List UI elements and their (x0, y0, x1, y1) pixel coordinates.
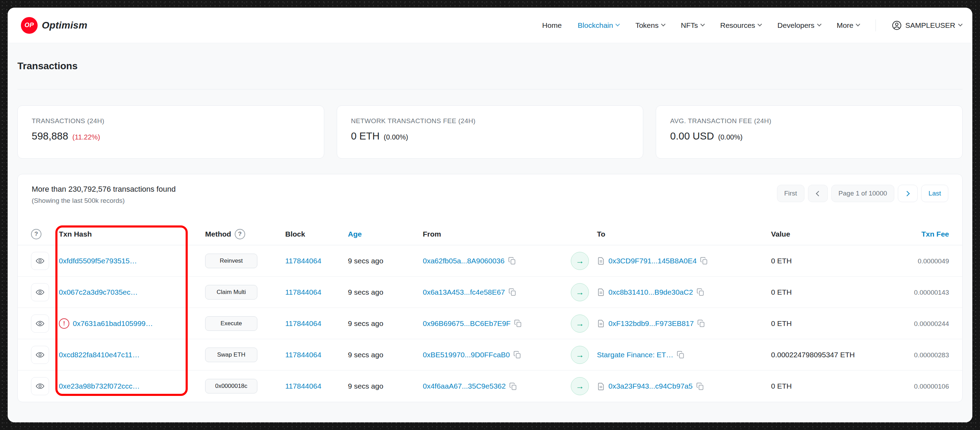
block-link[interactable]: 117844064 (285, 382, 321, 390)
arrow-right-icon: → (571, 346, 589, 364)
preview-button[interactable] (31, 283, 49, 301)
from-address-link[interactable]: 0x4f6aaA67...35C9e5362 (423, 382, 506, 390)
stat-value: 598,888 (32, 130, 68, 142)
method-badge[interactable]: Execute (205, 316, 257, 331)
method-badge[interactable]: 0x0000018c (205, 379, 257, 394)
top-navbar: OP Optimism Home Blockchain Tokens NFTs … (8, 8, 972, 43)
nav-more[interactable]: More (837, 21, 860, 30)
preview-button[interactable] (31, 346, 49, 364)
preview-button[interactable] (31, 314, 49, 333)
block-link[interactable]: 117844064 (285, 351, 321, 359)
chevron-down-icon (817, 22, 821, 27)
col-age-sort[interactable]: Age (348, 230, 423, 238)
col-value: Value (771, 230, 902, 238)
nav-resources[interactable]: Resources (720, 21, 761, 30)
table-row: 0xcd822fa8410e47c11… Swap ETH 117844064 … (18, 339, 962, 371)
age-text: 9 secs ago (348, 319, 423, 328)
txn-hash-link[interactable]: 0x067c2a3d9c7035ec… (59, 288, 138, 296)
help-icon[interactable]: ? (31, 229, 41, 240)
block-link[interactable]: 117844064 (285, 319, 321, 327)
nav-tokens[interactable]: Tokens (635, 21, 665, 30)
eye-icon (35, 319, 45, 328)
to-address-link[interactable]: Stargate Finance: ET… (597, 351, 673, 359)
method-badge[interactable]: Claim Multi (205, 285, 257, 300)
age-text: 9 secs ago (348, 257, 423, 265)
user-icon (892, 21, 902, 30)
copy-icon[interactable] (508, 257, 516, 265)
txn-hash-link[interactable]: 0xfdfd5509f5e793515… (59, 257, 137, 265)
copy-icon[interactable] (697, 319, 705, 327)
method-badge[interactable]: Swap ETH (205, 347, 257, 362)
from-address-link[interactable]: 0x96B69675...BC6Eb7E9F (423, 319, 511, 328)
chevron-down-icon (661, 22, 665, 27)
user-menu[interactable]: SAMPLEUSER (892, 21, 962, 30)
copy-icon[interactable] (509, 382, 517, 390)
col-to: To (597, 230, 771, 238)
copy-icon[interactable] (513, 351, 521, 359)
help-icon[interactable]: ? (235, 229, 245, 240)
fee-text: 0.0000049 (918, 257, 949, 265)
col-method: Method (205, 230, 231, 238)
nav-home[interactable]: Home (542, 21, 562, 30)
first-page-button[interactable]: First (777, 185, 805, 202)
to-address-link[interactable]: 0x3a23F943...c94Cb97a5 (608, 382, 693, 390)
stat-value: 0.00 USD (670, 130, 714, 142)
prev-page-button[interactable] (808, 185, 828, 202)
from-address-link[interactable]: 0x6a13A453...fc4e58E67 (423, 288, 505, 297)
nav-blockchain[interactable]: Blockchain (578, 21, 620, 30)
page-title: Transactions (18, 60, 78, 71)
method-badge[interactable]: Reinvest (205, 254, 257, 268)
value-text: 0 ETH (771, 319, 902, 328)
copy-icon[interactable] (677, 351, 685, 359)
from-address-link[interactable]: 0xa62fb05a...8A9060036 (423, 257, 504, 265)
page-header: Transactions (18, 43, 963, 89)
contract-icon (597, 257, 605, 265)
stat-label: TRANSACTIONS (24H) (32, 117, 310, 125)
copy-icon[interactable] (509, 288, 517, 296)
fee-text: 0.00000106 (914, 383, 949, 390)
fee-text: 0.00000283 (914, 351, 949, 359)
txn-hash-link[interactable]: 0x7631a61bad105999… (73, 319, 153, 328)
brand-name: Optimism (42, 20, 88, 31)
txn-hash-link[interactable]: 0xcd822fa8410e47c11… (59, 351, 140, 359)
results-note: (Showing the last 500k records) (32, 197, 175, 205)
copy-icon[interactable] (514, 319, 522, 327)
contract-icon (597, 382, 605, 390)
table-row: !0x7631a61bad105999… Execute 117844064 9… (18, 308, 962, 339)
stat-value: 0 ETH (351, 130, 380, 142)
chevron-down-icon (958, 22, 963, 27)
chevron-left-icon (816, 190, 821, 196)
eye-icon (35, 382, 45, 391)
value-text: 0 ETH (771, 288, 902, 297)
stat-label: AVG. TRANSACTION FEE (24H) (670, 117, 948, 125)
copy-icon[interactable] (696, 382, 704, 390)
to-address-link[interactable]: 0xF132bdb9...F973EB817 (608, 319, 694, 328)
block-link[interactable]: 117844064 (285, 288, 321, 296)
copy-icon[interactable] (700, 257, 708, 265)
nav-developers[interactable]: Developers (777, 21, 821, 30)
nav-nfts[interactable]: NFTs (681, 21, 704, 30)
to-address-link[interactable]: 0x3CD9F791...145B8A0E4 (608, 257, 697, 265)
col-txn-fee[interactable]: Txn Fee (902, 230, 949, 238)
age-text: 9 secs ago (348, 382, 423, 390)
arrow-right-icon: → (571, 252, 589, 270)
from-address-link[interactable]: 0xBE519970...9D0FFcaB0 (423, 351, 510, 359)
fee-text: 0.00000143 (914, 289, 949, 296)
stats-cards: TRANSACTIONS (24H) 598,888 (11.22%) NETW… (18, 105, 963, 159)
main-nav: Home Blockchain Tokens NFTs Resources De… (542, 19, 962, 31)
preview-button[interactable] (31, 377, 49, 395)
copy-icon[interactable] (697, 288, 705, 296)
txn-hash-link[interactable]: 0xe23a98b732f072ccc… (59, 382, 140, 390)
chevron-down-icon (757, 22, 762, 27)
next-page-button[interactable] (898, 185, 918, 202)
table-row: 0xfdfd5509f5e793515… Reinvest 117844064 … (18, 245, 962, 276)
pagination: First Page 1 of 10000 Last (777, 185, 948, 202)
last-page-button[interactable]: Last (921, 185, 948, 202)
stat-change: (0.00%) (718, 133, 743, 141)
browser-page: OP Optimism Home Blockchain Tokens NFTs … (8, 8, 972, 422)
brand-logo[interactable]: OP Optimism (21, 17, 88, 34)
preview-button[interactable] (31, 252, 49, 270)
col-txn-hash: Txn Hash (59, 230, 205, 238)
to-address-link[interactable]: 0xc8b31410...B9de30aC2 (608, 288, 693, 297)
block-link[interactable]: 117844064 (285, 257, 321, 265)
